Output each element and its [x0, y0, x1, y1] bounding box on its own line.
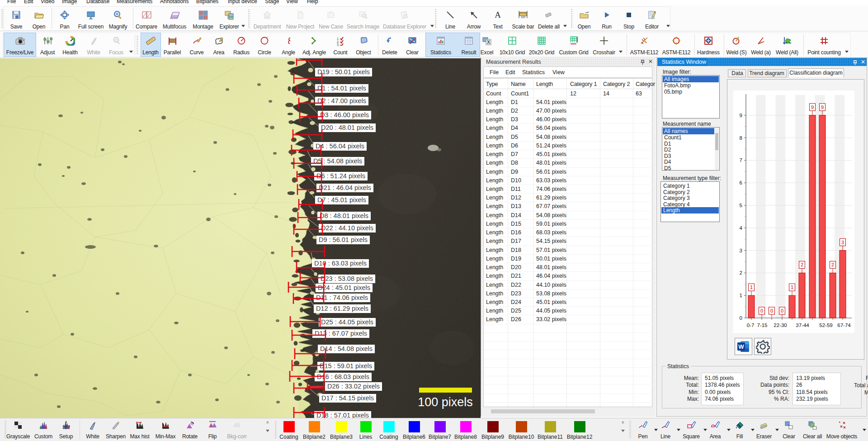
svg-text:1.: 1. [337, 37, 340, 40]
svg-text:A: A [495, 10, 501, 19]
svg-text:1: 1 [740, 293, 742, 298]
svg-text:6: 6 [740, 180, 742, 185]
svg-text:W: W [738, 343, 744, 350]
svg-text:2: 2 [740, 270, 742, 275]
svg-text:5: 5 [740, 203, 742, 208]
svg-text:X: X [487, 40, 490, 45]
svg-text:1: 1 [791, 285, 793, 290]
svg-text:3: 3 [740, 248, 742, 253]
svg-text:100: 100 [521, 16, 526, 19]
svg-text:0: 0 [740, 315, 742, 321]
svg-text:9: 9 [821, 104, 824, 110]
svg-text:7-15: 7-15 [757, 322, 767, 328]
svg-text:9: 9 [740, 113, 742, 118]
svg-text:0: 0 [770, 308, 773, 313]
svg-text:22-30: 22-30 [774, 322, 787, 328]
svg-text:0: 0 [760, 308, 763, 313]
svg-text:8: 8 [740, 135, 742, 141]
svg-text:52-59: 52-59 [819, 322, 832, 328]
svg-text:2: 2 [831, 262, 834, 267]
svg-text:0-7: 0-7 [747, 322, 755, 328]
svg-text:7: 7 [740, 157, 742, 163]
svg-text:3: 3 [841, 240, 844, 245]
svg-text:37-44: 37-44 [796, 322, 809, 328]
svg-text:1: 1 [750, 285, 753, 290]
svg-text:4: 4 [740, 225, 743, 231]
svg-text:2: 2 [801, 262, 803, 267]
svg-text:67-74: 67-74 [837, 322, 851, 328]
svg-text:0: 0 [781, 308, 783, 313]
svg-text:9: 9 [811, 104, 814, 110]
svg-text:3.: 3. [337, 43, 340, 46]
